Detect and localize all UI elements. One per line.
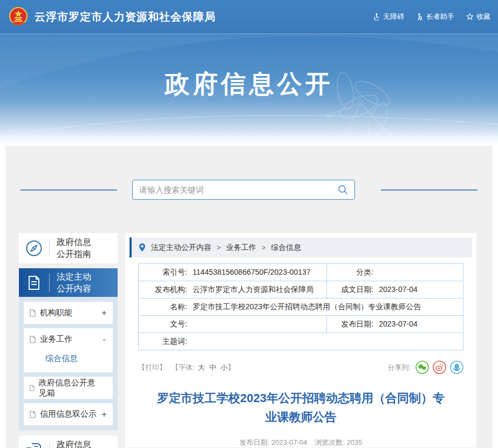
publish-date-meta-value: 2023-07-04: [271, 438, 308, 446]
elder-assist-link[interactable]: 长者助手: [416, 12, 454, 22]
sidebar-item-statutory-label: 法定主动公开内容: [50, 271, 95, 294]
elder-assist-icon: [416, 13, 424, 21]
decorative-rule-right: [381, 189, 477, 191]
publish-date-meta-label: 发布日期:: [240, 438, 270, 446]
breadcrumb: 法定主动公开内容 > 业务工作 > 综合信息: [129, 237, 472, 257]
table-row: 发布机构:云浮市罗定市人力资源和社会保障局 成文日期:2023-07-04: [139, 281, 463, 298]
search-row: [21, 146, 477, 200]
search-icon: [338, 185, 348, 195]
sidebar-item-guide-label: 政府信息公开指南: [50, 236, 95, 260]
breadcrumb-separator: >: [262, 244, 265, 252]
accessibility-label: 无障碍: [383, 12, 404, 22]
sidebar-item-suggestion-box[interactable]: 政府信息公开意见箱: [24, 377, 113, 399]
header-links: 无障碍 长者助手 收藏: [373, 12, 490, 22]
page-icon: [29, 309, 36, 317]
written-date-label: 成文日期:: [330, 285, 373, 295]
expand-toggle[interactable]: +: [101, 409, 107, 420]
font-size-large-button[interactable]: 大: [198, 363, 205, 372]
sidebar-item-credit-disclosure[interactable]: 信用信息双公示 +: [24, 403, 113, 425]
sidebar-item-annual-report-label: 政府信息公开年报: [50, 439, 95, 448]
publish-date-label: 发布日期:: [330, 320, 373, 329]
page-icon: [29, 411, 36, 418]
page: 云浮市罗定市人力资源和社会保障局 无障碍 长者助手: [0, 0, 498, 448]
search-input[interactable]: [139, 185, 338, 194]
menu-label: 业务工作: [40, 334, 72, 344]
index-number-label: 索引号:: [142, 268, 187, 277]
sidebar-item-comprehensive-info[interactable]: 综合信息: [29, 350, 107, 372]
menu-label: 政府信息公开意见箱: [39, 378, 99, 398]
views-label: 浏览次数:: [315, 438, 345, 446]
decorative-rule-left: [21, 189, 117, 191]
share-qq-button[interactable]: [450, 361, 463, 374]
main-content: 法定主动公开内容 > 业务工作 > 综合信息 索引号:1144538156086…: [125, 233, 476, 447]
location-pin-icon: [139, 243, 146, 252]
article-toolbar: 【打印】 【字体: 大 中 小 】 分享到:: [138, 361, 463, 374]
search-button[interactable]: [338, 185, 348, 195]
publisher-label: 发布机构:: [142, 285, 187, 295]
sidebar-item-guide[interactable]: 政府信息公开指南: [19, 233, 118, 263]
national-emblem-icon: [8, 6, 29, 28]
written-date-value: 2023-07-04: [379, 285, 418, 294]
sidebar-item-business-work[interactable]: 业务工作 - 综合信息: [24, 328, 113, 372]
document-meta-table: 索引号:11445381560866750F/2023-00137 分类: 发布…: [138, 263, 463, 350]
font-size-suffix: 】: [228, 363, 235, 372]
sidebar: 政府信息公开指南 法定主动公开内容: [19, 233, 118, 448]
publisher-cell: 发布机构:云浮市罗定市人力资源和社会保障局: [139, 281, 327, 298]
index-number-cell: 索引号:11445381560866750F/2023-00137: [139, 264, 327, 281]
share-wechat-button[interactable]: [415, 361, 429, 374]
publish-date-value: 2023-07-04: [379, 320, 418, 328]
doc-number-cell: 文号:: [139, 316, 327, 333]
wechat-icon: [415, 361, 429, 374]
name-label: 名称:: [142, 302, 187, 312]
name-value: 罗定市技工学校2023年公开招聘动态聘用（合同制）专业课教师公告: [193, 302, 421, 311]
print-button[interactable]: 【打印】: [138, 363, 166, 372]
content-panel: 政府信息公开指南 法定主动公开内容: [5, 146, 493, 448]
font-size-medium-button[interactable]: 中: [209, 363, 216, 372]
site-title: 云浮市罗定市人力资源和社会保障局: [35, 10, 216, 24]
index-number-value: 11445381560866750F/2023-00137: [193, 268, 311, 276]
content-row: 政府信息公开指南 法定主动公开内容: [19, 233, 476, 448]
sidebar-item-org-functions[interactable]: 机构职能 +: [24, 302, 113, 324]
table-row: 名称:罗定市技工学校2023年公开招聘动态聘用（合同制）专业课教师公告: [139, 298, 463, 316]
table-row: 主题词:: [139, 333, 463, 350]
category-label: 分类:: [330, 268, 373, 277]
table-row: 索引号:11445381560866750F/2023-00137 分类:: [139, 264, 463, 281]
accessibility-link[interactable]: 无障碍: [373, 12, 404, 22]
keywords-cell: 主题词:: [139, 333, 463, 350]
share-bar: 分享到:: [387, 361, 463, 374]
share-weibo-button[interactable]: [433, 361, 446, 374]
publisher-value: 云浮市罗定市人力资源和社会保障局: [193, 285, 313, 294]
collapse-toggle[interactable]: -: [101, 334, 107, 345]
compass-icon: [25, 239, 43, 257]
article-meta: 发布日期: 2023-07-04浏览次数: 2035: [129, 438, 472, 447]
banner: 政府信息公开: [0, 34, 498, 146]
search-box: [132, 180, 355, 200]
qq-icon: [450, 361, 463, 374]
breadcrumb-item[interactable]: 综合信息: [271, 243, 301, 253]
views-value: 2035: [347, 438, 363, 446]
sidebar-item-statutory-disclosure[interactable]: 法定主动公开内容: [19, 268, 118, 297]
font-size-small-button[interactable]: 小: [221, 363, 228, 372]
menu-label: 信用信息双公示: [40, 409, 97, 419]
menu-label: 机构职能: [40, 308, 72, 318]
keywords-label: 主题词:: [142, 337, 187, 347]
favorite-link[interactable]: 收藏: [466, 12, 490, 22]
accessibility-icon: [373, 13, 380, 21]
folder-icon: [24, 442, 44, 448]
breadcrumb-item[interactable]: 法定主动公开内容: [151, 243, 212, 253]
page-icon: [29, 336, 36, 343]
site-header: 云浮市罗定市人力资源和社会保障局 无障碍 长者助手: [0, 0, 498, 34]
breadcrumb-item[interactable]: 业务工作: [226, 243, 256, 253]
banner-title: 政府信息公开: [0, 34, 498, 101]
written-date-cell: 成文日期:2023-07-04: [327, 281, 463, 298]
expand-toggle[interactable]: +: [101, 308, 107, 318]
article-title: 罗定市技工学校2023年公开招聘动态聘用（合同制）专业课教师公告: [152, 389, 449, 426]
sidebar-submenu: 机构职能 + 业务工作 - 综合信息: [19, 297, 118, 430]
font-size-prefix: 【字体:: [172, 363, 195, 372]
document-icon: [25, 274, 43, 291]
weibo-icon: [433, 361, 446, 374]
elder-assist-label: 长者助手: [426, 12, 454, 22]
sidebar-item-annual-report[interactable]: 政府信息公开年报: [19, 436, 118, 448]
doc-number-label: 文号:: [142, 320, 187, 329]
publish-date-cell: 发布日期:2023-07-04: [327, 316, 463, 333]
